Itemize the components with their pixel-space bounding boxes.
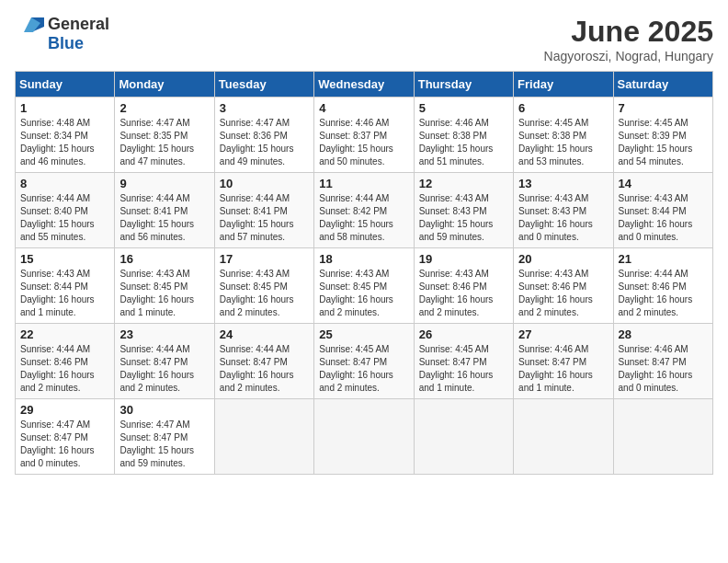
empty-cell [414,399,513,475]
day-info: Sunrise: 4:46 AM Sunset: 8:37 PM Dayligh… [319,117,408,168]
day-cell-25: 25Sunrise: 4:45 AM Sunset: 8:47 PM Dayli… [314,324,414,399]
day-info: Sunrise: 4:43 AM Sunset: 8:46 PM Dayligh… [518,268,608,319]
day-info: Sunrise: 4:43 AM Sunset: 8:45 PM Dayligh… [220,268,309,319]
empty-cell [613,399,712,475]
day-info: Sunrise: 4:43 AM Sunset: 8:43 PM Dayligh… [518,192,608,244]
logo-blue-text: Blue [48,34,84,53]
location-text: Nagyoroszi, Nograd, Hungary [544,49,713,63]
title-block: June 2025 Nagyoroszi, Nograd, Hungary [544,15,713,63]
day-info: Sunrise: 4:46 AM Sunset: 8:38 PM Dayligh… [419,117,508,168]
day-cell-26: 26Sunrise: 4:45 AM Sunset: 8:47 PM Dayli… [414,324,513,399]
day-cell-2: 2Sunrise: 4:47 AM Sunset: 8:35 PM Daylig… [115,98,214,173]
day-number: 5 [419,101,508,115]
day-cell-1: 1Sunrise: 4:48 AM Sunset: 8:34 PM Daylig… [16,98,115,173]
day-number: 8 [20,177,109,190]
day-cell-19: 19Sunrise: 4:43 AM Sunset: 8:46 PM Dayli… [414,248,513,324]
day-number: 24 [220,327,309,341]
weekday-tuesday: Tuesday [214,72,313,98]
day-cell-9: 9Sunrise: 4:44 AM Sunset: 8:41 PM Daylig… [115,173,214,248]
day-info: Sunrise: 4:44 AM Sunset: 8:47 PM Dayligh… [119,343,209,395]
week-row-3: 15Sunrise: 4:43 AM Sunset: 8:44 PM Dayli… [16,248,713,324]
day-cell-7: 7Sunrise: 4:45 AM Sunset: 8:39 PM Daylig… [613,98,712,173]
day-info: Sunrise: 4:44 AM Sunset: 8:46 PM Dayligh… [20,343,109,395]
page-header: General Blue June 2025 Nagyoroszi, Nogra… [15,15,713,63]
day-number: 23 [119,327,209,341]
day-number: 29 [20,403,109,417]
day-cell-6: 6Sunrise: 4:45 AM Sunset: 8:38 PM Daylig… [514,98,613,173]
day-number: 21 [619,252,708,266]
weekday-friday: Friday [514,72,613,98]
day-number: 9 [119,177,209,190]
day-cell-29: 29Sunrise: 4:47 AM Sunset: 8:47 PM Dayli… [16,399,115,475]
weekday-monday: Monday [115,72,214,98]
weekday-saturday: Saturday [613,72,712,98]
day-number: 12 [419,177,508,190]
day-cell-12: 12Sunrise: 4:43 AM Sunset: 8:43 PM Dayli… [414,173,513,248]
day-number: 22 [20,327,109,341]
day-number: 6 [518,101,608,115]
day-number: 13 [518,177,608,190]
empty-cell [214,399,313,475]
day-cell-3: 3Sunrise: 4:47 AM Sunset: 8:36 PM Daylig… [214,98,313,173]
day-number: 14 [619,177,708,190]
calendar-table: SundayMondayTuesdayWednesdayThursdayFrid… [15,71,713,475]
day-cell-28: 28Sunrise: 4:46 AM Sunset: 8:47 PM Dayli… [613,324,712,399]
week-row-2: 8Sunrise: 4:44 AM Sunset: 8:40 PM Daylig… [16,173,713,248]
day-number: 25 [319,327,408,341]
day-cell-24: 24Sunrise: 4:44 AM Sunset: 8:47 PM Dayli… [214,324,313,399]
day-info: Sunrise: 4:48 AM Sunset: 8:34 PM Dayligh… [20,117,109,168]
day-number: 3 [220,101,309,115]
day-number: 17 [220,252,309,266]
day-info: Sunrise: 4:45 AM Sunset: 8:38 PM Dayligh… [518,117,608,168]
day-number: 10 [220,177,309,190]
day-cell-16: 16Sunrise: 4:43 AM Sunset: 8:45 PM Dayli… [115,248,214,324]
logo: General Blue [15,15,109,53]
day-info: Sunrise: 4:43 AM Sunset: 8:46 PM Dayligh… [419,268,508,319]
day-info: Sunrise: 4:47 AM Sunset: 8:47 PM Dayligh… [20,419,109,470]
day-info: Sunrise: 4:44 AM Sunset: 8:41 PM Dayligh… [220,192,309,244]
day-info: Sunrise: 4:45 AM Sunset: 8:47 PM Dayligh… [319,343,408,395]
day-cell-18: 18Sunrise: 4:43 AM Sunset: 8:45 PM Dayli… [314,248,414,324]
day-number: 18 [319,252,408,266]
day-number: 30 [119,403,209,417]
day-cell-4: 4Sunrise: 4:46 AM Sunset: 8:37 PM Daylig… [314,98,414,173]
day-number: 27 [518,327,608,341]
day-number: 19 [419,252,508,266]
day-info: Sunrise: 4:47 AM Sunset: 8:36 PM Dayligh… [220,117,309,168]
day-number: 26 [419,327,508,341]
day-cell-17: 17Sunrise: 4:43 AM Sunset: 8:45 PM Dayli… [214,248,313,324]
weekday-header-row: SundayMondayTuesdayWednesdayThursdayFrid… [16,72,713,98]
day-number: 7 [619,101,708,115]
day-info: Sunrise: 4:46 AM Sunset: 8:47 PM Dayligh… [619,343,708,395]
day-number: 28 [619,327,708,341]
day-info: Sunrise: 4:46 AM Sunset: 8:47 PM Dayligh… [518,343,608,395]
empty-cell [314,399,414,475]
day-info: Sunrise: 4:45 AM Sunset: 8:39 PM Dayligh… [619,117,708,168]
day-info: Sunrise: 4:44 AM Sunset: 8:40 PM Dayligh… [20,192,109,244]
day-cell-30: 30Sunrise: 4:47 AM Sunset: 8:47 PM Dayli… [115,399,214,475]
logo-general-text: General [48,15,109,34]
day-cell-21: 21Sunrise: 4:44 AM Sunset: 8:46 PM Dayli… [613,248,712,324]
day-number: 20 [518,252,608,266]
day-number: 11 [319,177,408,190]
weekday-thursday: Thursday [414,72,513,98]
day-info: Sunrise: 4:43 AM Sunset: 8:45 PM Dayligh… [319,268,408,319]
day-cell-8: 8Sunrise: 4:44 AM Sunset: 8:40 PM Daylig… [16,173,115,248]
day-info: Sunrise: 4:47 AM Sunset: 8:35 PM Dayligh… [119,117,209,168]
week-row-1: 1Sunrise: 4:48 AM Sunset: 8:34 PM Daylig… [16,98,713,173]
week-row-5: 29Sunrise: 4:47 AM Sunset: 8:47 PM Dayli… [16,399,713,475]
week-row-4: 22Sunrise: 4:44 AM Sunset: 8:46 PM Dayli… [16,324,713,399]
day-cell-27: 27Sunrise: 4:46 AM Sunset: 8:47 PM Dayli… [514,324,613,399]
day-info: Sunrise: 4:44 AM Sunset: 8:41 PM Dayligh… [119,192,209,244]
day-cell-10: 10Sunrise: 4:44 AM Sunset: 8:41 PM Dayli… [214,173,313,248]
day-info: Sunrise: 4:44 AM Sunset: 8:47 PM Dayligh… [220,343,309,395]
empty-cell [514,399,613,475]
day-number: 16 [119,252,209,266]
day-info: Sunrise: 4:44 AM Sunset: 8:46 PM Dayligh… [619,268,708,319]
day-info: Sunrise: 4:44 AM Sunset: 8:42 PM Dayligh… [319,192,408,244]
day-info: Sunrise: 4:43 AM Sunset: 8:45 PM Dayligh… [119,268,209,319]
day-cell-5: 5Sunrise: 4:46 AM Sunset: 8:38 PM Daylig… [414,98,513,173]
day-info: Sunrise: 4:43 AM Sunset: 8:44 PM Dayligh… [20,268,109,319]
day-info: Sunrise: 4:47 AM Sunset: 8:47 PM Dayligh… [119,419,209,470]
day-info: Sunrise: 4:45 AM Sunset: 8:47 PM Dayligh… [419,343,508,395]
